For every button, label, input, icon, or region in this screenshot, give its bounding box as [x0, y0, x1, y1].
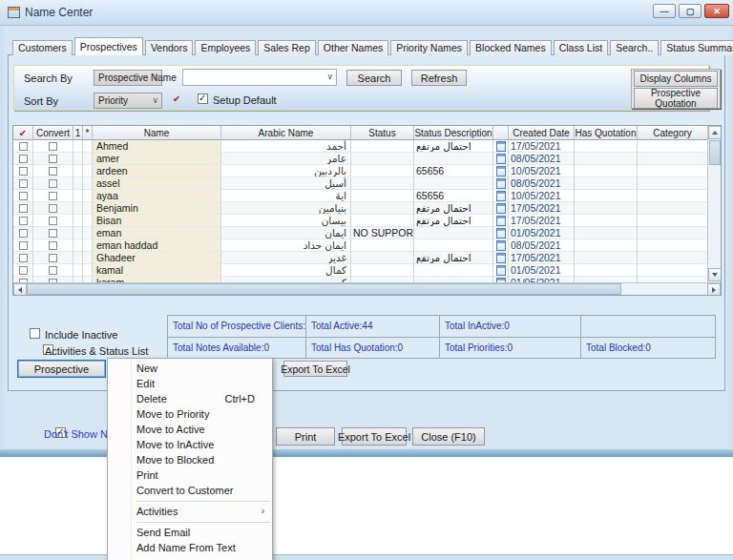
- menu-item-activities[interactable]: Activities›: [108, 504, 272, 519]
- table-row[interactable]: asselأسيل08/05/2021: [13, 177, 708, 190]
- menu-item-convert-to-customer[interactable]: Convert to Customer: [108, 483, 272, 498]
- note-icon[interactable]: [496, 265, 506, 276]
- export-to-excel-button[interactable]: Export To Excel: [342, 427, 407, 446]
- note-column-header[interactable]: [493, 126, 509, 140]
- menu-item-send-email[interactable]: Send Email: [108, 525, 272, 540]
- row-select-checkbox[interactable]: [19, 142, 28, 151]
- convert-checkbox[interactable]: [49, 204, 57, 213]
- has-quotation-column-header[interactable]: Has Quotation: [575, 126, 638, 140]
- row-select-checkbox[interactable]: [19, 254, 28, 262]
- table-row[interactable]: ayaaاية6565610/05/2021: [13, 190, 708, 202]
- table-row[interactable]: Ghadeerغديراحتمال مرتفع17/05/2021: [13, 252, 708, 264]
- scroll-up-button[interactable]: [708, 126, 722, 139]
- display-columns-button[interactable]: Display Columns: [634, 71, 718, 87]
- menu-item-print[interactable]: Print: [108, 467, 272, 483]
- note-icon[interactable]: [496, 178, 506, 189]
- name-column-header[interactable]: Name: [93, 126, 221, 140]
- row-select-checkbox[interactable]: [19, 167, 28, 176]
- minimize-button[interactable]: —: [653, 4, 676, 18]
- print-button[interactable]: Print: [276, 427, 335, 446]
- include-inactive-checkbox[interactable]: [30, 328, 40, 339]
- tab-prospectives[interactable]: Prospectives: [74, 37, 143, 55]
- tab-other-names[interactable]: Other Names: [318, 40, 388, 55]
- search-by-dropdown[interactable]: Prospective Name ∨: [94, 70, 162, 86]
- created-date-column-header[interactable]: Created Date: [509, 126, 575, 140]
- table-row[interactable]: kamalكمال01/05/2021: [13, 264, 708, 277]
- menu-item-edit[interactable]: Edit: [108, 376, 272, 391]
- menu-item-delete[interactable]: DeleteCtrl+D: [108, 391, 272, 406]
- convert-column-header[interactable]: Convert: [33, 126, 73, 140]
- export-to-excel-top-button[interactable]: Export To Excel: [283, 361, 347, 377]
- convert-checkbox[interactable]: [49, 179, 57, 188]
- table-row[interactable]: Bisanبيساناحتمال مرتفع17/05/2021: [13, 215, 708, 227]
- table-row[interactable]: ardeenبالردبين6565610/05/2021: [13, 165, 708, 177]
- sort-by-dropdown[interactable]: Priority ∨: [94, 93, 162, 109]
- note-icon[interactable]: [496, 154, 506, 164]
- search-button[interactable]: Search: [346, 70, 402, 86]
- note-icon[interactable]: [496, 228, 506, 239]
- arabic-name-column-header[interactable]: Arabic Name: [221, 126, 351, 140]
- row-select-checkbox[interactable]: [19, 155, 28, 163]
- row-select-checkbox[interactable]: [19, 179, 28, 188]
- horizontal-scroll-thumb[interactable]: [27, 283, 621, 295]
- table-row[interactable]: eman haddadايمان حداد08/05/2021: [13, 239, 708, 252]
- horizontal-scrollbar[interactable]: [13, 282, 722, 296]
- select-all-header-cell[interactable]: ✔: [13, 126, 33, 140]
- vertical-scrollbar[interactable]: [707, 126, 722, 282]
- prospective-quotation-button[interactable]: Prospective Quotation: [634, 88, 718, 109]
- tab-vendors[interactable]: Vendors: [145, 40, 194, 55]
- convert-checkbox[interactable]: [49, 241, 57, 250]
- note-icon[interactable]: [496, 253, 506, 263]
- note-icon[interactable]: [496, 240, 506, 251]
- status-column-header[interactable]: Status: [351, 126, 414, 140]
- refresh-button[interactable]: Refresh: [411, 70, 467, 86]
- convert-checkbox[interactable]: [49, 217, 57, 225]
- tab-priority-names[interactable]: Priority Names: [390, 40, 468, 55]
- menu-item-move-to-blocked[interactable]: Move to Blocked: [108, 452, 272, 467]
- scroll-down-button[interactable]: [708, 268, 722, 281]
- menu-item-move-to-inactive[interactable]: Move to InActive: [108, 437, 272, 452]
- convert-checkbox[interactable]: [49, 192, 57, 200]
- tab-customers[interactable]: Customers: [12, 40, 73, 55]
- close-f10-button[interactable]: Close (F10): [412, 427, 485, 446]
- menu-item-move-to-priority[interactable]: Move to Priority: [108, 406, 272, 422]
- table-row[interactable]: Benjaminبنياميناحتمال مرتفع17/05/2021: [13, 202, 708, 215]
- convert-checkbox[interactable]: [49, 254, 57, 262]
- search-text-combo[interactable]: ∨: [182, 69, 337, 86]
- row-select-checkbox[interactable]: [19, 192, 28, 200]
- row-select-checkbox[interactable]: [19, 217, 28, 225]
- col1-header[interactable]: 1: [73, 126, 83, 140]
- row-select-checkbox[interactable]: [19, 266, 28, 275]
- convert-checkbox[interactable]: [49, 155, 57, 163]
- convert-checkbox[interactable]: [49, 266, 57, 275]
- row-select-checkbox[interactable]: [19, 229, 28, 238]
- note-icon[interactable]: [496, 191, 506, 201]
- tab-search[interactable]: Search..: [610, 40, 659, 55]
- tab-employees[interactable]: Employees: [195, 40, 256, 55]
- category-column-header[interactable]: Category: [638, 126, 708, 140]
- status-description-column-header[interactable]: Status Description: [414, 126, 493, 140]
- row-select-checkbox[interactable]: [19, 241, 28, 250]
- convert-checkbox[interactable]: [49, 167, 57, 176]
- maximize-button[interactable]: ▢: [679, 4, 702, 18]
- scroll-left-button[interactable]: [13, 283, 27, 296]
- setup-default-checkbox[interactable]: [198, 93, 208, 104]
- scroll-right-button[interactable]: [707, 283, 721, 296]
- tab-status-summary[interactable]: Status Summary: [660, 40, 733, 55]
- vertical-scroll-thumb[interactable]: [709, 140, 721, 165]
- convert-checkbox[interactable]: [49, 142, 57, 151]
- colstar-header[interactable]: *: [83, 126, 93, 140]
- table-row[interactable]: Ahmedأحمداحتمال مرتفع17/05/2021: [13, 140, 708, 153]
- tab-sales-rep[interactable]: Sales Rep: [258, 40, 315, 55]
- close-window-button[interactable]: ✕: [704, 4, 729, 18]
- note-icon[interactable]: [496, 203, 506, 214]
- table-row[interactable]: amerعامر08/05/2021: [13, 153, 708, 165]
- prospective-button[interactable]: Prospective: [17, 360, 106, 378]
- menu-item-add-name-from-text[interactable]: Add Name From Text: [108, 540, 272, 555]
- note-icon[interactable]: [496, 216, 506, 226]
- menu-item-move-to-active[interactable]: Move to Active: [108, 422, 272, 437]
- tab-blocked-names[interactable]: Blocked Names: [470, 40, 552, 55]
- menu-item-new[interactable]: New: [108, 361, 272, 376]
- note-icon[interactable]: [496, 141, 506, 152]
- table-row[interactable]: emanايمانNO SUPPORT01/05/2021: [13, 227, 708, 239]
